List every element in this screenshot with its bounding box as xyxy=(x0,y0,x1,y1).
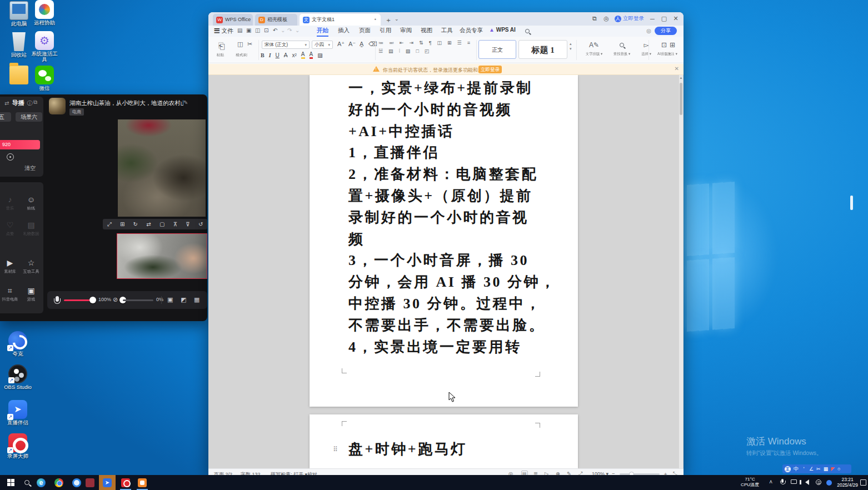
cut-icon[interactable]: ✂ xyxy=(247,41,252,48)
font-size-select[interactable]: 小四▾ xyxy=(312,41,333,49)
outdent-icon[interactable]: ⇤ xyxy=(400,40,404,46)
line-spacing-icon[interactable]: ⫶ xyxy=(399,48,400,54)
ime-pen-icon[interactable]: ∠ xyxy=(809,466,814,472)
highlight-button[interactable]: A xyxy=(301,51,305,59)
ime-keyboard-icon[interactable]: ▦ xyxy=(824,466,829,472)
grow-font-icon[interactable]: A⁺ xyxy=(337,41,345,48)
taskbar-search-button[interactable] xyxy=(20,475,33,490)
notice-login-button[interactable]: 立即登录 xyxy=(478,66,502,73)
video-preview-outdoor[interactable] xyxy=(118,119,206,217)
tool-gift-data[interactable]: ▤礼物数据 xyxy=(20,220,42,237)
maximize-button[interactable]: ▢ xyxy=(661,15,667,22)
border-icon[interactable]: □ xyxy=(416,48,418,54)
fill-icon[interactable]: ◰ xyxy=(425,48,430,54)
text-effects-icon[interactable]: A̳ xyxy=(360,41,363,47)
ribbon-tab-review[interactable]: 审阅 xyxy=(400,27,412,34)
tab-wps-ai[interactable]: ▲ WPS AI xyxy=(489,27,516,33)
strikethrough-button[interactable]: A xyxy=(284,52,288,58)
tray-bluetooth-dot[interactable] xyxy=(825,475,834,490)
align-left-icon[interactable]: ☰ xyxy=(457,40,462,46)
expand-icon[interactable]: ⧉ xyxy=(33,99,37,106)
mic-volume-knob[interactable] xyxy=(89,297,96,303)
tool-sticker[interactable]: ☺贴纸 xyxy=(20,194,42,211)
bold-button[interactable]: B xyxy=(261,52,265,58)
flip-horizontal-icon[interactable]: ⊽ xyxy=(186,221,189,227)
undo-chevron-icon[interactable]: ⌄ xyxy=(281,27,285,33)
new-tab-button[interactable]: ＋ xyxy=(385,16,392,25)
clear-button[interactable]: 清空 xyxy=(24,164,36,172)
font-name-select[interactable]: 宋体 (正文)▾ xyxy=(262,41,310,49)
indent-icon[interactable]: ⇥ xyxy=(410,40,414,46)
edit-icon[interactable]: ✎ xyxy=(183,99,188,106)
shading-icon[interactable]: ▧ xyxy=(406,48,411,54)
tab-wps-home[interactable]: W WPS Office xyxy=(213,14,253,26)
desktop-icon-wechat[interactable]: 微信 xyxy=(29,66,60,91)
cpu-temp[interactable]: 71°C CPU温度 xyxy=(741,477,759,488)
ime-punct-icon[interactable]: ＇ xyxy=(801,466,806,473)
tab-document[interactable]: 文 文字文稿1 • xyxy=(300,14,381,26)
monitor-volume-track[interactable] xyxy=(123,299,153,301)
tray-speaker-icon[interactable] xyxy=(805,479,809,485)
ribbon-tab-home[interactable]: 开始 xyxy=(317,27,328,37)
login-link[interactable]: 人立即登录 xyxy=(615,15,644,22)
export-icon[interactable]: ⊡ xyxy=(264,27,268,33)
eye-icon[interactable]: ◎ xyxy=(646,28,651,34)
paste-icon[interactable]: ⎗ xyxy=(218,41,225,51)
taskbar-recorder[interactable] xyxy=(118,475,133,490)
ribbon-tab-member[interactable]: 会员专享 xyxy=(460,27,483,34)
tab-docer[interactable]: D 稻壳模板 xyxy=(255,14,297,26)
desktop-icon-live-companion[interactable]: ➤↗ 直播伴侣 xyxy=(2,400,33,426)
flip-vertical-icon[interactable]: ⊼ xyxy=(173,221,177,227)
ime-mode-icon[interactable]: 中 xyxy=(794,466,799,473)
minimize-button[interactable]: ─ xyxy=(649,16,656,22)
underline-button[interactable]: U xyxy=(276,52,280,58)
tool-text-layout[interactable]: A✎文字排版 ▾ xyxy=(580,41,608,57)
flip-icon[interactable]: ⇄ xyxy=(146,221,151,227)
number-list-icon[interactable]: ≕ xyxy=(389,40,394,46)
vertical-scrollbar[interactable]: ▲ xyxy=(679,75,683,468)
record-target-icon[interactable] xyxy=(7,153,14,161)
start-button[interactable] xyxy=(3,475,18,490)
bullet-list-icon[interactable]: ≔ xyxy=(378,40,383,46)
taskbar-orange-app[interactable] xyxy=(134,475,150,490)
tool-game[interactable]: ▣游戏 xyxy=(20,286,42,302)
screenshot-icon[interactable]: ▣ xyxy=(167,296,173,303)
document-page-1[interactable]: 一，实景+绿布+提前录制好的一个小时的音视频+AI+中控插话1，直播伴侣2，准备… xyxy=(310,75,578,407)
tab-list-chevron[interactable]: ⌄ xyxy=(395,16,399,22)
undo-icon[interactable]: ↶ xyxy=(273,27,277,33)
action-center-icon[interactable] xyxy=(860,479,866,486)
crop-icon[interactable]: ▢ xyxy=(159,221,164,227)
camera-switch-icon[interactable]: ◩ xyxy=(181,296,186,303)
search-icon[interactable] xyxy=(525,28,530,34)
ribbon-tab-tools[interactable]: 工具 xyxy=(441,27,453,34)
style-body[interactable]: 正文 xyxy=(478,40,516,59)
ribbon-tab-page[interactable]: 页面 xyxy=(359,27,371,34)
microphone-icon[interactable] xyxy=(56,296,59,302)
share-button[interactable]: 分享 xyxy=(655,27,677,35)
desktop-icon-remote[interactable]: 远程协助 xyxy=(29,0,60,26)
scene-tab-5[interactable]: 五 xyxy=(0,112,11,122)
notice-close-icon[interactable]: ✕ xyxy=(675,66,679,72)
taskbar-live-companion-active[interactable]: ➤ xyxy=(99,475,116,490)
rotate-icon[interactable]: ↻ xyxy=(133,221,138,227)
desktop-icon-obs[interactable]: ↗ OBS Studio xyxy=(2,364,33,390)
redo-chevron-icon[interactable]: ⌄ xyxy=(295,27,300,33)
expand-icon[interactable]: ⤢ xyxy=(107,221,112,228)
tool-media-library[interactable]: ▶素材库 xyxy=(0,258,21,274)
more-para-icon[interactable]: ⊞ xyxy=(447,40,452,46)
tray-display-icon[interactable] xyxy=(791,479,797,484)
desktop-icon-quark[interactable]: ↗ 夸克 xyxy=(2,331,33,357)
globe-icon[interactable]: ◎ xyxy=(603,15,610,22)
style-heading1[interactable]: 标题 1 xyxy=(518,40,567,59)
ime-cut-icon[interactable]: ✂ xyxy=(816,466,821,472)
switch-icon[interactable]: ⇄ xyxy=(4,100,9,106)
align-center-icon[interactable]: ≡ xyxy=(467,40,470,46)
taskbar-edge[interactable]: e xyxy=(33,475,49,490)
clear-format-icon[interactable]: ⌫ xyxy=(368,41,377,48)
screen-edge-handle[interactable] xyxy=(850,196,853,210)
fullscreen-icon[interactable]: ⊞ xyxy=(120,221,124,227)
close-button[interactable]: ✕ xyxy=(672,15,679,22)
document-page-2[interactable]: ⠿ 盘+时钟+跑马灯 xyxy=(310,414,578,468)
document-area[interactable]: 一，实景+绿布+提前录制好的一个小时的音视频+AI+中控插话1，直播伴侣2，准备… xyxy=(208,75,684,468)
font-color-button[interactable]: A xyxy=(310,51,313,59)
